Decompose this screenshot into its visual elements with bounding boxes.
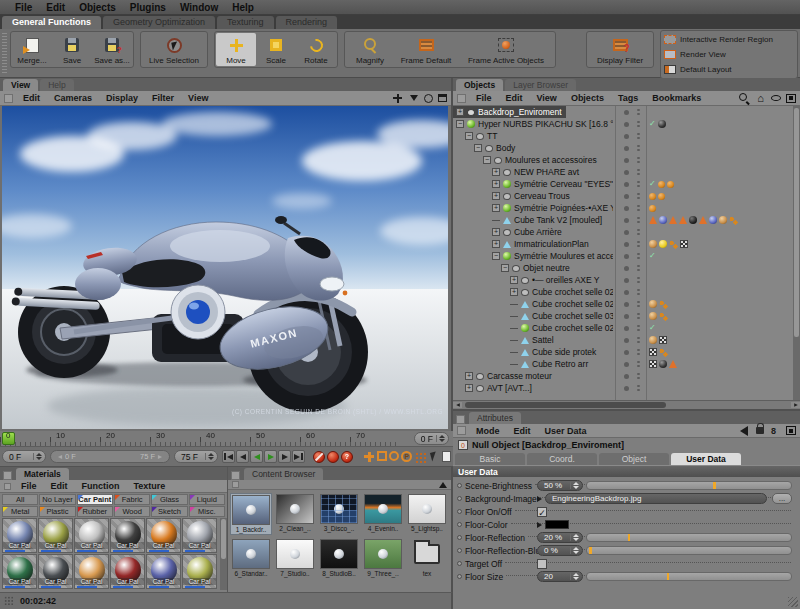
menubar-item-edit[interactable]: Edit [39, 2, 72, 13]
tab-view[interactable]: View [3, 79, 38, 91]
tree-item-carcasse-moteur[interactable]: +Carcasse moteur [453, 370, 556, 382]
dots-tag-icon[interactable] [659, 312, 668, 321]
tree-row[interactable]: Cube crochet selle 02 [453, 298, 800, 310]
key-doc-icon[interactable] [442, 451, 451, 462]
attr-tab-object[interactable]: Object [599, 453, 669, 465]
gear-tag-icon[interactable] [649, 205, 656, 212]
viewport-menu-cameras[interactable]: Cameras [48, 93, 98, 103]
visibility-dot-icon[interactable] [624, 146, 629, 151]
scene-brightness-slider[interactable] [586, 481, 792, 490]
interactive-render-region-button[interactable]: Interactive Render Region [662, 32, 796, 47]
materials-panel-grip[interactable] [3, 471, 12, 480]
frame-end-stepper[interactable] [205, 453, 214, 460]
tree-item-sym-trie-moulures-et-accessoires[interactable]: −Symétrie Moulures et accessoires [453, 250, 613, 262]
content-item-7-studio[interactable]: 7_Studio.. [274, 538, 316, 578]
tab-help[interactable]: Help [40, 79, 73, 91]
floor-size-stepper[interactable] [570, 573, 579, 580]
material-swatch[interactable]: Car Pai [74, 518, 109, 553]
render-dot-icon[interactable] [637, 121, 640, 124]
tri-tag-icon[interactable] [669, 216, 677, 224]
objects-vertical-scrollbar[interactable] [793, 106, 800, 400]
frame-end-field[interactable]: 75 F [174, 450, 218, 463]
tree-row[interactable]: −Symétrie Moulures et accessoires✓ [453, 250, 800, 262]
search-icon[interactable] [739, 93, 750, 104]
tree-item-backdrop-enviroment[interactable]: +Backdrop_Enviroment [453, 106, 566, 118]
render-dot-icon[interactable] [637, 253, 640, 256]
visibility-dots[interactable] [619, 169, 645, 176]
tree-row[interactable]: +NEW PHARE avt [453, 166, 800, 178]
sphere-tan-tag-icon[interactable] [649, 300, 657, 308]
content-browser-toolbar-grip[interactable] [232, 481, 239, 488]
toolbar-grip[interactable] [2, 33, 7, 73]
layout-tab-texturing[interactable]: Texturing [217, 16, 274, 29]
attr-tab-user-data[interactable]: User Data [671, 453, 741, 465]
range-arrow-right-icon[interactable] [158, 454, 162, 458]
expand-icon[interactable]: + [465, 372, 473, 380]
render-dot-icon[interactable] [637, 205, 640, 208]
visibility-dot-icon[interactable] [624, 266, 629, 271]
rotate-view-icon[interactable] [424, 94, 433, 103]
sphere-tan-tag-icon[interactable] [649, 312, 657, 320]
visibility-dots[interactable] [619, 157, 645, 164]
floor-size-slider[interactable] [586, 572, 792, 581]
visibility-dot-icon[interactable] [624, 290, 629, 295]
visibility-dots[interactable] [619, 253, 645, 260]
sphere-blue-tag-icon[interactable] [709, 216, 717, 224]
current-frame-stepper[interactable] [436, 435, 445, 442]
floor-reflection-blur-stepper[interactable] [570, 547, 579, 554]
visibility-dots[interactable] [619, 241, 645, 248]
gear-tag-icon[interactable] [658, 193, 665, 200]
tree-item-cube-side-protek[interactable]: Cube side protek [453, 346, 600, 358]
tree-item-oreilles-axe-y[interactable]: +•— oreilles AXE Y [453, 274, 604, 286]
sphere-black-tag-icon[interactable] [689, 216, 697, 224]
visibility-dots[interactable] [619, 373, 645, 380]
panel-menu-icon[interactable] [786, 426, 796, 435]
tree-item-cube-crochet-selle-02-i[interactable]: Cube crochet selle 02 [I] [453, 322, 613, 334]
content-item-tex[interactable]: tex [406, 538, 448, 578]
visibility-dot-icon[interactable] [624, 314, 629, 319]
content-browser-grip[interactable] [231, 471, 240, 480]
material-filter-all[interactable]: All [2, 494, 38, 505]
sphere-tan-tag-icon[interactable] [649, 240, 657, 248]
material-swatch[interactable]: Car Pai [110, 554, 145, 589]
materials-menu-file[interactable]: File [15, 481, 43, 491]
display-filter-button[interactable]: Display Filter [588, 33, 652, 66]
objects-menu-grip[interactable] [457, 94, 466, 103]
visibility-dot-icon[interactable] [624, 122, 629, 127]
toggle-view-icon[interactable] [438, 94, 447, 102]
tree-row[interactable]: Cube crochet selle 03 [rouge] [453, 310, 800, 322]
material-swatch[interactable]: Car Pai [182, 554, 217, 589]
render-dot-icon[interactable] [637, 385, 640, 388]
tree-row[interactable]: Cube side protek [453, 346, 800, 358]
visibility-dot-icon[interactable] [624, 338, 629, 343]
visibility-dot-icon[interactable] [624, 302, 629, 307]
render-dot-icon[interactable] [637, 229, 640, 232]
merge-button[interactable]: Merge... [12, 33, 52, 66]
param-bullet-icon[interactable] [457, 483, 462, 488]
render-dot-icon[interactable] [637, 157, 640, 160]
tri-tag-icon[interactable] [699, 216, 707, 224]
sphere-yellow-tag-icon[interactable] [659, 240, 667, 248]
scroll-right-icon[interactable] [791, 402, 800, 408]
check-tag-icon[interactable]: ✓ [649, 120, 656, 128]
content-item-4-evenin[interactable]: 4_Evenin.. [362, 493, 404, 535]
tree-row[interactable]: +Symétrie Poignées-•AXE Y [453, 202, 800, 214]
scroll-left-icon[interactable] [453, 402, 462, 408]
visibility-dots[interactable] [619, 289, 645, 296]
expand-icon[interactable]: + [492, 192, 500, 200]
tree-item-hyper-nurbs-pikachu-sk-16-8[interactable]: −Hyper NURBS PIKACHU SK [16.8 °] [453, 118, 613, 130]
menubar-item-file[interactable]: File [8, 2, 39, 13]
floor-reflection-slider[interactable] [586, 533, 792, 542]
tree-row[interactable]: +Symétrie Cerveau "EYES"✓ [453, 178, 800, 190]
visibility-dot-icon[interactable] [624, 362, 629, 367]
scene-brightness-stepper[interactable] [570, 482, 579, 489]
material-filter-misc[interactable]: Misc. [189, 506, 225, 517]
objects-menu-edit[interactable]: Edit [500, 93, 529, 103]
render-dot-icon[interactable] [637, 277, 640, 280]
render-dot-icon[interactable] [637, 181, 640, 184]
scene-brightness-value-field[interactable]: 50 % [537, 480, 583, 491]
material-filter-plastic[interactable]: Plastic [39, 506, 75, 517]
collapse-icon[interactable]: − [492, 252, 500, 260]
visibility-dots[interactable] [619, 301, 645, 308]
material-swatch[interactable]: Car Pai [38, 518, 73, 553]
